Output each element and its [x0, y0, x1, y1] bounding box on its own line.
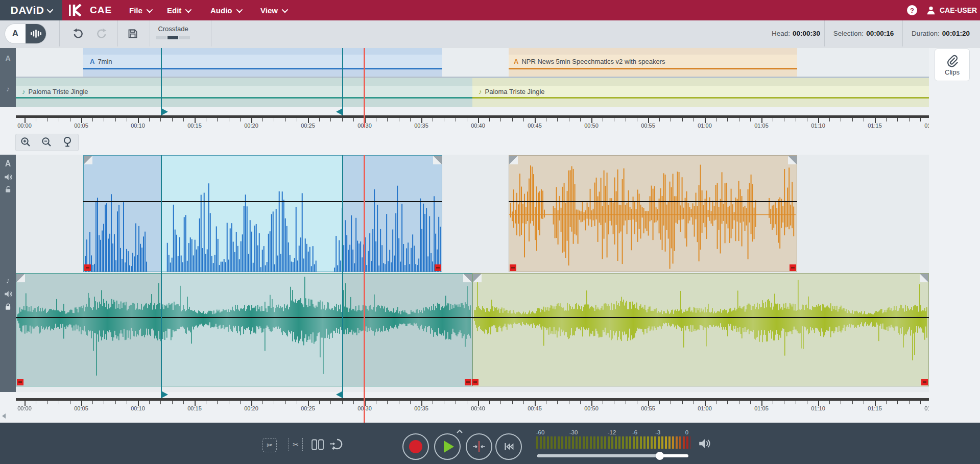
- ruler-tick: [694, 401, 694, 404]
- ruler-tick: [603, 401, 603, 404]
- ruler-tick: [829, 118, 830, 121]
- volume-slider-thumb[interactable]: [656, 452, 664, 460]
- fade-in-handle[interactable]: [509, 156, 518, 164]
- clips-panel-button[interactable]: Clips: [935, 48, 970, 81]
- selection-end-marker[interactable]: [336, 391, 343, 398]
- ruler-tick: [410, 401, 411, 404]
- ruler-tick: [456, 401, 456, 404]
- clip-jingle-2[interactable]: [472, 273, 929, 386]
- selection-time: Selection:00:00:16: [830, 20, 897, 46]
- clip-edge-marker[interactable]: [510, 264, 516, 271]
- selection-start-marker[interactable]: [161, 391, 168, 398]
- overview-clip-jingle-1[interactable]: ♪ Paloma Triste Jingle: [16, 78, 472, 107]
- user-name[interactable]: CAE-USER: [940, 0, 977, 20]
- overview-clip-npr[interactable]: A NPR News 5min Speechmatics v2 with spe…: [509, 48, 797, 77]
- clip-edge-marker[interactable]: [17, 379, 23, 385]
- ruler-tick: [682, 118, 683, 121]
- ruler-tick: [852, 118, 853, 121]
- selection-start-line[interactable]: [161, 155, 162, 398]
- fade-out-handle[interactable]: [433, 156, 442, 164]
- menu-edit[interactable]: Edit: [167, 0, 190, 20]
- playhead-main[interactable]: [364, 155, 365, 423]
- cut-selection-button[interactable]: ✂: [262, 438, 277, 452]
- menu-file[interactable]: File: [129, 0, 151, 20]
- playhead-overview[interactable]: [364, 48, 365, 128]
- undo-button[interactable]: [71, 27, 85, 40]
- fade-in-handle[interactable]: [16, 274, 25, 282]
- ruler-tick: [399, 118, 399, 121]
- selection-end-marker[interactable]: [336, 108, 343, 115]
- clip-npr-news[interactable]: [509, 155, 797, 272]
- fade-in-handle[interactable]: [473, 274, 482, 282]
- rewind-to-start-button[interactable]: [495, 433, 522, 460]
- record-button[interactable]: [402, 433, 429, 460]
- save-button[interactable]: [126, 27, 139, 40]
- overview-clip-jingle-2[interactable]: ♪ Paloma Triste Jingle: [472, 78, 929, 107]
- menu-view[interactable]: View: [260, 0, 286, 20]
- help-icon[interactable]: ?: [907, 5, 917, 15]
- clip-edge-marker[interactable]: [465, 379, 471, 385]
- redo-button[interactable]: [95, 27, 108, 40]
- ruler-tick: [523, 401, 524, 404]
- lock-open-icon[interactable]: [4, 185, 13, 194]
- fade-in-handle[interactable]: [84, 156, 92, 164]
- selection-start-line[interactable]: [161, 48, 162, 115]
- play-options-caret[interactable]: [456, 429, 463, 433]
- clip-edge-marker[interactable]: [435, 264, 441, 271]
- overview-timeline-ruler[interactable]: 00:0000:0500:1000:1500:2000:2500:3000:35…: [16, 107, 929, 130]
- main-timeline-ruler[interactable]: 00:0000:0500:1000:1500:2000:2500:3000:35…: [16, 390, 929, 412]
- ruler-tick: [127, 401, 127, 404]
- ruler-tick: [467, 401, 467, 404]
- selection-start-marker[interactable]: [161, 108, 168, 115]
- selection-end-line[interactable]: [342, 155, 343, 398]
- clip-label: Paloma Triste Jingle: [29, 88, 88, 95]
- play-button[interactable]: [434, 433, 461, 460]
- selection-end-line[interactable]: [342, 48, 343, 115]
- ruler-label: 01:00: [698, 405, 712, 411]
- ruler-tick: [274, 401, 274, 404]
- split-clip-button[interactable]: [310, 438, 325, 451]
- overview-track-music[interactable]: ♪ Paloma Triste Jingle ♪ Paloma Triste J…: [16, 78, 929, 107]
- ruler-label: 00:00: [17, 123, 32, 129]
- zoom-controls: [15, 134, 79, 151]
- menu-audio[interactable]: Audio: [210, 0, 241, 20]
- speaker-icon[interactable]: [4, 289, 13, 299]
- restore-sync-button[interactable]: [329, 438, 345, 451]
- chevron-down-icon: [146, 6, 153, 13]
- volume-slider[interactable]: [537, 454, 688, 457]
- zoom-out-button[interactable]: [41, 136, 53, 149]
- text-mode-button[interactable]: A: [5, 24, 26, 43]
- overview-clip-7min[interactable]: A 7min: [83, 48, 442, 77]
- crossfade-slider[interactable]: [156, 36, 190, 39]
- overview-track-a[interactable]: A 7min A NPR News 5min Speechmatics v2 w…: [16, 48, 929, 77]
- waveform-mode-button[interactable]: [26, 24, 46, 43]
- clip-edge-marker[interactable]: [84, 264, 91, 271]
- clip-edge-marker[interactable]: [790, 264, 796, 271]
- trim-selection-button[interactable]: ✂: [289, 438, 303, 451]
- volume-envelope-line[interactable]: [83, 201, 442, 202]
- volume-envelope-line[interactable]: [509, 201, 797, 202]
- ruler-tick: [864, 118, 864, 121]
- zoom-fit-selection-button[interactable]: [62, 136, 74, 149]
- fade-out-handle[interactable]: [463, 274, 472, 282]
- clip-7min[interactable]: [83, 155, 442, 272]
- david-logo-menu[interactable]: DAViD: [0, 0, 62, 20]
- volume-envelope-line[interactable]: [16, 317, 929, 318]
- lock-closed-icon[interactable]: [4, 302, 13, 311]
- ruler-label: 00:40: [471, 405, 485, 411]
- speaker-icon[interactable]: [4, 173, 13, 182]
- overview-track-a-label: A: [0, 54, 16, 62]
- zoom-in-button[interactable]: [20, 136, 32, 149]
- speaker-icon[interactable]: [698, 437, 711, 450]
- clip-edge-marker[interactable]: [921, 379, 928, 385]
- fade-out-handle[interactable]: [920, 274, 928, 282]
- scroll-left-arrow[interactable]: [2, 413, 6, 419]
- user-icon[interactable]: [925, 5, 937, 16]
- fade-out-handle[interactable]: [788, 156, 797, 164]
- clip-jingle-1[interactable]: [16, 273, 472, 386]
- collapse-to-playhead-button[interactable]: [466, 433, 492, 460]
- ruler-tick: [433, 401, 433, 404]
- ruler-tick: [897, 118, 898, 121]
- clip-label: 7min: [98, 58, 112, 65]
- clip-edge-marker[interactable]: [472, 379, 479, 385]
